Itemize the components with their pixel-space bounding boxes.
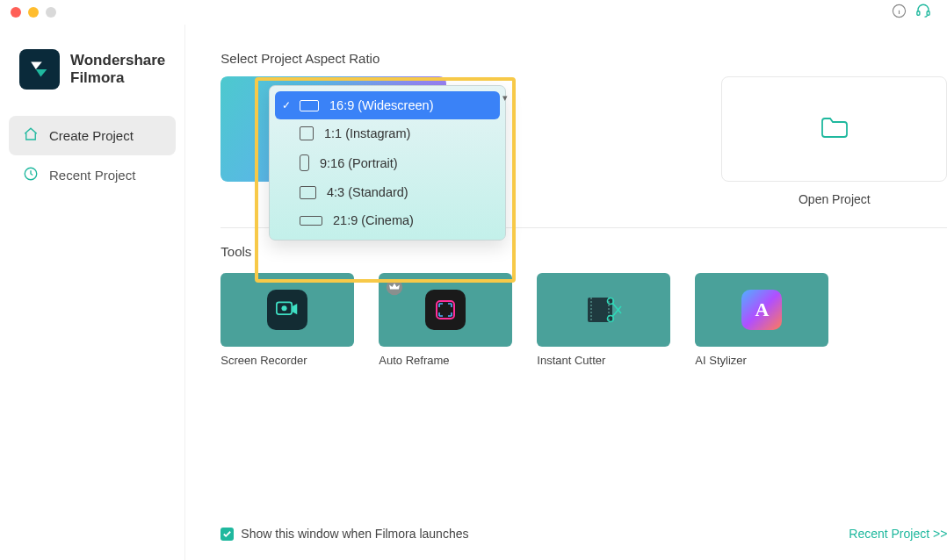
window-controls [11,7,56,18]
close-window-button[interactable] [11,7,21,18]
option-label: 16:9 (Widescreen) [329,98,433,112]
tool-auto-reframe[interactable] [379,273,512,347]
sidebar-item-label: Create Project [49,128,134,143]
open-project-label: Open Project [721,192,947,206]
auto-reframe-icon [425,290,466,330]
svg-marker-5 [31,62,42,69]
check-icon: ✓ [282,99,291,111]
screen-recorder-icon [267,290,307,330]
ai-stylizer-icon: A [741,290,782,330]
aspect-ratio-label: Select Project Aspect Ratio [220,51,947,66]
minimize-window-button[interactable] [28,7,39,18]
option-label: 1:1 (Instagram) [324,126,410,140]
folder-icon [820,115,849,143]
info-icon[interactable] [892,4,907,22]
option-label: 21:9 (Cinema) [333,213,414,227]
filmora-logo-icon [19,49,60,90]
aspect-option-21-9[interactable]: 21:9 (Cinema) [275,206,500,234]
tool-instant-cutter[interactable] [537,273,670,347]
brand-name: Wondershare Filmora [70,52,165,86]
ratio-1-1-icon [300,126,314,140]
tools-row: Screen Recorder Auto Reframe [220,273,947,367]
brand-line2: Filmora [70,69,165,87]
show-on-launch-label: Show this window when Filmora launches [241,527,468,541]
show-on-launch-checkbox[interactable] [220,528,234,541]
sidebar-item-recent-project[interactable]: Recent Project [9,155,176,195]
tool-label: Auto Reframe [379,354,512,367]
tool-screen-recorder[interactable] [220,273,354,347]
ratio-21-9-icon [300,216,322,226]
ratio-16-9-icon [300,100,319,111]
brand-logo-block: Wondershare Filmora [9,33,176,116]
sidebar-item-create-project[interactable]: Create Project [9,116,176,155]
aspect-ratio-dropdown[interactable]: ✓ 16:9 (Widescreen) 1:1 (Instagram) 9:16… [269,85,506,241]
clock-icon [23,166,39,184]
app-window: Wondershare Filmora Create Project Recen… [0,0,947,560]
tool-label: AI Stylizer [695,354,828,367]
sidebar-item-label: Recent Project [49,168,135,183]
aspect-option-9-16[interactable]: 9:16 (Portrait) [275,147,500,178]
aspect-option-4-3[interactable]: 4:3 (Standard) [275,178,500,206]
support-headset-icon[interactable] [915,3,931,22]
tool-label: Screen Recorder [220,354,354,367]
tool-label: Instant Cutter [537,354,670,367]
svg-marker-6 [36,69,47,76]
chevron-down-icon: ▾ [502,92,508,104]
tools-header: Tools [220,244,947,259]
sidebar: Wondershare Filmora Create Project Recen… [0,25,185,560]
instant-cutter-icon [583,290,624,330]
aspect-option-1-1[interactable]: 1:1 (Instagram) [275,119,500,147]
premium-crown-icon [386,278,403,296]
home-icon [23,126,39,145]
maximize-window-button[interactable] [46,7,56,18]
brand-line1: Wondershare [70,52,165,69]
option-label: 9:16 (Portrait) [320,156,398,170]
footer: Show this window when Filmora launches R… [220,527,947,548]
open-project-card[interactable] [721,76,947,182]
ratio-9-16-icon [300,154,309,171]
aspect-option-16-9[interactable]: ✓ 16:9 (Widescreen) [275,91,500,119]
tool-ai-stylizer[interactable]: A [695,273,828,347]
window-titlebar [0,0,947,25]
ratio-4-3-icon [300,186,316,199]
recent-project-link[interactable]: Recent Project >> [849,527,947,541]
svg-point-11 [282,305,287,311]
option-label: 4:3 (Standard) [327,185,408,199]
